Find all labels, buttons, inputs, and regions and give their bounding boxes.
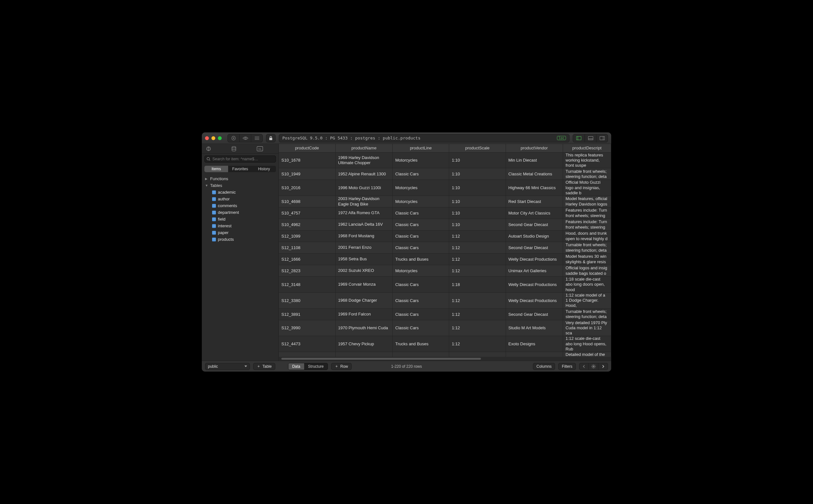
table-row[interactable]: S12_39901970 Plymouth Hemi CudaClassic C…: [279, 320, 611, 336]
cell-productVendor[interactable]: Motor City Art Classics: [506, 207, 563, 219]
cell-productVendor[interactable]: Autoart Studio Design: [506, 231, 563, 242]
cell-productScale[interactable]: 1:10: [449, 180, 506, 196]
sql-icon[interactable]: SQL: [257, 146, 275, 151]
cell-productVendor[interactable]: Classic Metal Creations: [506, 168, 563, 180]
cell-productDescription[interactable]: Turnable front wheels; steering function…: [563, 168, 611, 180]
cell-productLine[interactable]: Motorcycles: [393, 180, 449, 196]
cell-productName[interactable]: 2003 Harley-Davidson Eagle Drag Bike: [335, 196, 392, 207]
cell-productCode[interactable]: S12_3148: [279, 277, 335, 293]
cell-productDescription[interactable]: This replica features working kickstand,…: [563, 152, 611, 168]
cell-productVendor[interactable]: Second Gear Diecast: [506, 219, 563, 231]
cell-productLine[interactable]: Motorcycles: [393, 265, 449, 277]
cell-productVendor[interactable]: Welly Diecast Productions: [506, 254, 563, 265]
close-window-button[interactable]: [205, 136, 209, 140]
add-row-button[interactable]: ＋ Row: [331, 363, 351, 370]
sidebar-tab-items[interactable]: Items: [204, 166, 228, 172]
column-header-productLine[interactable]: productLine: [393, 144, 449, 152]
column-header-productName[interactable]: productName: [335, 144, 392, 152]
connection-icon[interactable]: [206, 146, 224, 152]
mode-data-button[interactable]: Data: [288, 363, 304, 370]
sidebar-item-department[interactable]: department: [211, 209, 276, 216]
cell-productCode[interactable]: S10_4962: [279, 219, 335, 231]
cell-productName[interactable]: 1969 Ford Falcon: [335, 308, 392, 320]
cell-productScale[interactable]: 1:10: [449, 207, 506, 219]
sidebar-item-paper[interactable]: paper: [211, 229, 276, 236]
cell-productScale[interactable]: 1:12: [449, 231, 506, 242]
table-row[interactable]: S12_28232002 Suzuki XREOMotorcycles1:12U…: [279, 265, 611, 277]
cell-productLine[interactable]: Classic Cars: [393, 242, 449, 254]
cell-productCode[interactable]: S12_1666: [279, 254, 335, 265]
prev-page-button[interactable]: [579, 363, 589, 370]
cell-productName[interactable]: 1969 Dodge Charger: [335, 352, 392, 357]
cell-productDescription[interactable]: Official Moto Guzzi logo and insignias, …: [563, 180, 611, 196]
cell-productName[interactable]: 1962 LanciaA Delta 16V: [335, 219, 392, 231]
cell-productLine[interactable]: Classic Cars: [393, 231, 449, 242]
cell-productScale[interactable]: 1:12: [449, 336, 506, 352]
cell-productDescription[interactable]: Turnable front wheels; steering function…: [563, 308, 611, 320]
cancel-icon[interactable]: [228, 134, 239, 142]
cell-productLine[interactable]: Classic Cars: [393, 168, 449, 180]
cell-productDescription[interactable]: Official logos and insig saddle bags loc…: [563, 265, 611, 277]
cell-productLine[interactable]: Trucks and Buses: [393, 254, 449, 265]
sidebar-search[interactable]: [204, 155, 276, 163]
cell-productDescription[interactable]: Hood, doors and trunk open to reveal hig…: [563, 231, 611, 242]
sidebar-layout-icon[interactable]: [573, 134, 585, 142]
sidebar-item-field[interactable]: field: [211, 216, 276, 223]
cell-productScale[interactable]: 1:12: [449, 352, 506, 357]
columns-button[interactable]: Columns: [533, 363, 555, 370]
lock-icon[interactable]: [266, 134, 275, 142]
tree-group-tables[interactable]: ▼ Tables: [204, 182, 276, 189]
cell-productCode[interactable]: S12_4675: [279, 352, 335, 357]
cell-productName[interactable]: 1970 Plymouth Hemi Cuda: [335, 320, 392, 336]
mode-structure-button[interactable]: Structure: [304, 363, 327, 370]
table-row[interactable]: S12_16661958 Setra BusTrucks and Buses1:…: [279, 254, 611, 265]
cell-productLine[interactable]: Motorcycles: [393, 152, 449, 168]
cell-productDescription[interactable]: Features include: Turn front wheels; ste…: [563, 207, 611, 219]
column-header-productScale[interactable]: productScale: [449, 144, 506, 152]
cell-productScale[interactable]: 1:12: [449, 265, 506, 277]
cell-productCode[interactable]: S10_4698: [279, 196, 335, 207]
settings-button[interactable]: [589, 363, 598, 370]
cell-productLine[interactable]: Classic Cars: [393, 352, 449, 357]
list-icon[interactable]: [251, 134, 262, 142]
table-row[interactable]: S12_31481969 Corvair MonzaClassic Cars1:…: [279, 277, 611, 293]
column-header-productCode[interactable]: productCode: [279, 144, 335, 152]
table-row[interactable]: S12_44731957 Chevy PickupTrucks and Buse…: [279, 336, 611, 352]
cell-productScale[interactable]: 1:12: [449, 242, 506, 254]
cell-productScale[interactable]: 1:12: [449, 292, 506, 308]
cell-productDescription[interactable]: Model features 30 win skylights & glare …: [563, 254, 611, 265]
cell-productVendor[interactable]: Exoto Designs: [506, 336, 563, 352]
grid-scroll[interactable]: productCodeproductNameproductLineproduct…: [279, 144, 611, 357]
cell-productDescription[interactable]: Turnable front wheels; steering function…: [563, 242, 611, 254]
cell-productCode[interactable]: S12_1099: [279, 231, 335, 242]
sidebar-item-academic[interactable]: academic: [211, 189, 276, 196]
cell-productScale[interactable]: 1:12: [449, 308, 506, 320]
cell-productCode[interactable]: S12_3380: [279, 292, 335, 308]
cell-productCode[interactable]: S10_2016: [279, 180, 335, 196]
cell-productCode[interactable]: S12_2823: [279, 265, 335, 277]
add-table-button[interactable]: ＋ Table: [253, 363, 275, 370]
cell-productVendor[interactable]: Welly Diecast Productions: [506, 292, 563, 308]
cell-productVendor[interactable]: Min Lin Diecast: [506, 152, 563, 168]
cell-productLine[interactable]: Motorcycles: [393, 196, 449, 207]
cell-productCode[interactable]: S10_1949: [279, 168, 335, 180]
cell-productVendor[interactable]: Second Gear Diecast: [506, 308, 563, 320]
cell-productLine[interactable]: Classic Cars: [393, 320, 449, 336]
cell-productLine[interactable]: Classic Cars: [393, 308, 449, 320]
cell-productScale[interactable]: 1:12: [449, 320, 506, 336]
cell-productScale[interactable]: 1:12: [449, 254, 506, 265]
cell-productDescription[interactable]: 1:12 scale die-cast abo long Hood opens,…: [563, 336, 611, 352]
cell-productLine[interactable]: Trucks and Buses: [393, 336, 449, 352]
cell-productDescription[interactable]: Model features, official Harley Davidson…: [563, 196, 611, 207]
cell-productDescription[interactable]: Features include: Turn front wheels; ste…: [563, 219, 611, 231]
table-row[interactable]: S12_10991968 Ford MustangClassic Cars1:1…: [279, 231, 611, 242]
table-row[interactable]: S10_46982003 Harley-Davidson Eagle Drag …: [279, 196, 611, 207]
cell-productName[interactable]: 1958 Setra Bus: [335, 254, 392, 265]
sidebar-tab-history[interactable]: History: [252, 166, 276, 172]
next-page-button[interactable]: [598, 363, 608, 370]
cell-productName[interactable]: 1968 Dodge Charger: [335, 292, 392, 308]
cell-productDescription[interactable]: 1:18 scale die-cast abo long doors open,…: [563, 277, 611, 293]
cell-productCode[interactable]: S12_4473: [279, 336, 335, 352]
cell-productVendor[interactable]: Highway 66 Mini Classics: [506, 180, 563, 196]
cell-productLine[interactable]: Classic Cars: [393, 277, 449, 293]
